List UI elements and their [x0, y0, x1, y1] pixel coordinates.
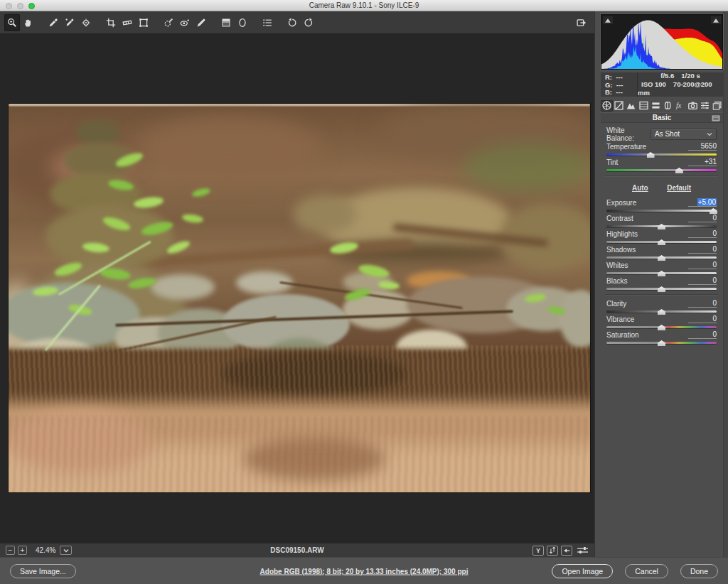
open-image-button[interactable]: Open Image: [552, 564, 613, 578]
white-balance-tool-icon[interactable]: [46, 14, 61, 31]
hand-tool-icon[interactable]: [21, 14, 36, 31]
color-sampler-tool-icon[interactable]: [62, 14, 77, 31]
slider-label: Clarity: [606, 300, 626, 308]
graduated-filter-tool-icon[interactable]: [218, 14, 234, 31]
tab-snapshots-icon[interactable]: [711, 100, 723, 112]
white-balance-select[interactable]: As Shot: [651, 129, 717, 140]
slider-whites: Whites 0: [606, 261, 717, 276]
slider-track-area[interactable]: [606, 238, 717, 245]
preview-column: − + 42.4% DSC09150.ARW Y: [0, 11, 594, 557]
before-after-toggle-button[interactable]: Y: [532, 546, 544, 556]
fullscreen-toggle-icon[interactable]: [573, 14, 590, 31]
preview-image[interactable]: [9, 104, 590, 492]
toolbar: [0, 11, 594, 34]
preview-canvas[interactable]: [0, 34, 594, 543]
shadow-clipping-toggle[interactable]: [603, 16, 613, 24]
arrow-left-icon: [562, 546, 571, 555]
divider: [605, 294, 718, 295]
slider-value[interactable]: 5650: [688, 142, 717, 151]
done-button[interactable]: Done: [680, 564, 718, 578]
slider-track-area[interactable]: [606, 285, 717, 292]
spot-removal-tool-icon[interactable]: [161, 14, 176, 31]
slider-track-area[interactable]: [606, 207, 717, 214]
panel-scrollbar[interactable]: [723, 11, 728, 557]
slider-vibrance: Vibrance 0: [606, 315, 717, 330]
transform-tool-icon[interactable]: [136, 14, 151, 31]
swap-before-after-button[interactable]: [547, 546, 558, 556]
default-link[interactable]: Default: [667, 184, 691, 192]
rotate-ccw-tool-icon[interactable]: [284, 14, 300, 31]
crop-tool-icon[interactable]: [103, 14, 119, 31]
slider-value[interactable]: 0: [688, 229, 717, 238]
save-image-button[interactable]: Save Image...: [10, 564, 76, 578]
divider: [605, 175, 718, 176]
photo-layer: [46, 205, 173, 270]
slider-track-area[interactable]: [606, 254, 717, 261]
targeted-adjustment-tool-icon[interactable]: [78, 14, 94, 31]
cancel-button[interactable]: Cancel: [625, 564, 668, 578]
photo-texture: [9, 345, 590, 416]
workflow-options-link[interactable]: Adobe RGB (1998); 8 bit; 20 by 13.33 inc…: [260, 567, 469, 575]
filename-label: DSC09150.ARW: [0, 546, 594, 554]
tab-basic-icon[interactable]: [601, 100, 613, 112]
tab-lens-corrections-icon[interactable]: [662, 100, 674, 112]
rotate-cw-tool-icon[interactable]: [301, 14, 316, 31]
slider-track-area[interactable]: [606, 166, 717, 173]
slider-label: Temperature: [606, 143, 646, 151]
exif-info: f/5.61/20 s ISO 10070-200@200 mm: [638, 72, 723, 97]
preview-status-bar: − + 42.4% DSC09150.ARW Y: [0, 543, 594, 557]
copy-settings-button[interactable]: [561, 546, 572, 556]
zoom-tool-icon[interactable]: [4, 14, 20, 31]
rgb-exif-readout: R: --- G: --- B: --- f/5.61/20 s ISO 100…: [601, 72, 723, 97]
slider-value[interactable]: 0: [688, 245, 717, 254]
slider-value[interactable]: 0: [688, 214, 717, 222]
photo-layer: [151, 274, 215, 300]
slider-track-area[interactable]: [606, 323, 717, 330]
slider-value[interactable]: 0: [688, 330, 717, 339]
adjustment-brush-tool-icon[interactable]: [193, 14, 209, 31]
slider-label: Highlights: [606, 230, 638, 238]
preview-toggles: Y: [530, 545, 589, 556]
slider-value[interactable]: 0: [688, 261, 717, 269]
slider-track-area[interactable]: [606, 269, 717, 276]
slider-track[interactable]: [606, 210, 717, 212]
tool-group: [4, 11, 317, 33]
slider-blacks: Blacks 0: [606, 276, 717, 292]
triangle-icon: [712, 18, 719, 23]
preview-preferences-icon[interactable]: [577, 545, 589, 556]
tab-detail-icon[interactable]: [625, 100, 637, 112]
slider-highlights: Highlights 0: [606, 229, 717, 245]
slider-label: Contrast: [606, 215, 633, 222]
photo-layer: [136, 117, 321, 180]
tab-hsl-grayscale-icon[interactable]: [638, 100, 650, 112]
radial-filter-tool-icon[interactable]: [235, 14, 250, 31]
slider-track-area[interactable]: [606, 222, 717, 229]
slider-value[interactable]: 0: [688, 276, 717, 285]
slider-clarity: Clarity 0: [606, 299, 717, 315]
tab-tone-curve-icon[interactable]: [613, 100, 625, 112]
tab-camera-calibration-icon[interactable]: [687, 100, 699, 112]
preferences-tool-icon[interactable]: [259, 14, 275, 31]
slider-temperature: Temperature 5650: [606, 142, 717, 158]
highlight-clipping-toggle[interactable]: [711, 16, 721, 24]
slider-track[interactable]: [606, 153, 717, 156]
slider-track-area[interactable]: [606, 308, 717, 315]
slider-track[interactable]: [606, 169, 717, 171]
slider-value[interactable]: 0: [688, 299, 717, 308]
slider-value[interactable]: 0: [688, 315, 717, 323]
auto-link[interactable]: Auto: [632, 184, 648, 192]
slider-value[interactable]: +31: [688, 158, 717, 166]
slider-exposure: Exposure +5.00: [606, 198, 717, 214]
slider-shadows: Shadows 0: [606, 245, 717, 261]
slider-saturation: Saturation 0: [606, 330, 717, 346]
slider-track-area[interactable]: [606, 339, 717, 346]
straighten-tool-icon[interactable]: [119, 14, 135, 31]
slider-label: Whites: [606, 261, 628, 269]
tab-split-toning-icon[interactable]: [650, 100, 662, 112]
slider-track-area[interactable]: [606, 151, 717, 158]
slider-value[interactable]: +5.00: [688, 198, 717, 207]
tab-effects-icon[interactable]: fx: [674, 100, 686, 112]
red-eye-tool-icon[interactable]: [177, 14, 193, 31]
slider-label: Tint: [606, 158, 618, 166]
tab-presets-icon[interactable]: [699, 100, 711, 112]
